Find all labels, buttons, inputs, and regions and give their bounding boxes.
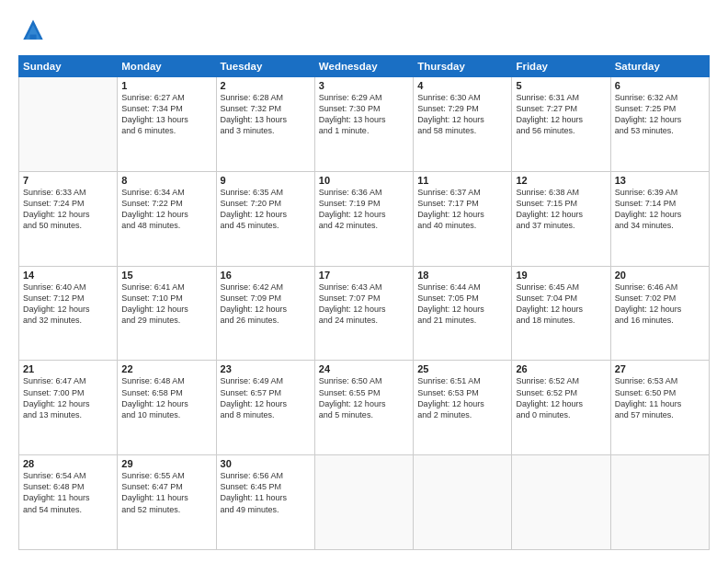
day-number: 21 (23, 363, 113, 374)
table-row: 12Sunrise: 6:38 AMSunset: 7:15 PMDayligh… (512, 171, 610, 266)
calendar-table: Sunday Monday Tuesday Wednesday Thursday… (18, 55, 710, 550)
table-row: 2Sunrise: 6:28 AMSunset: 7:32 PMDaylight… (216, 77, 314, 172)
day-info: Sunrise: 6:46 AMSunset: 7:02 PMDaylight:… (615, 282, 705, 327)
day-info: Sunrise: 6:52 AMSunset: 6:52 PMDaylight:… (516, 375, 606, 420)
header (18, 17, 710, 46)
day-info: Sunrise: 6:50 AMSunset: 6:55 PMDaylight:… (319, 375, 409, 420)
day-number: 28 (23, 458, 113, 469)
calendar-header-row: Sunday Monday Tuesday Wednesday Thursday… (19, 56, 710, 77)
day-info: Sunrise: 6:53 AMSunset: 6:50 PMDaylight:… (615, 375, 705, 420)
col-saturday: Saturday (610, 56, 709, 77)
table-row: 1Sunrise: 6:27 AMSunset: 7:34 PMDaylight… (118, 77, 216, 172)
col-thursday: Thursday (414, 56, 512, 77)
day-number: 26 (516, 363, 606, 374)
calendar-week-row: 21Sunrise: 6:47 AMSunset: 7:00 PMDayligh… (19, 361, 710, 455)
day-info: Sunrise: 6:37 AMSunset: 7:17 PMDaylight:… (417, 187, 507, 232)
day-info: Sunrise: 6:51 AMSunset: 6:53 PMDaylight:… (417, 375, 507, 420)
table-row: 25Sunrise: 6:51 AMSunset: 6:53 PMDayligh… (414, 361, 512, 455)
table-row: 21Sunrise: 6:47 AMSunset: 7:00 PMDayligh… (19, 361, 118, 455)
day-number: 16 (221, 270, 311, 281)
svg-rect-2 (29, 35, 36, 40)
day-number: 1 (121, 80, 211, 91)
day-number: 15 (121, 270, 211, 281)
day-info: Sunrise: 6:40 AMSunset: 7:12 PMDaylight:… (23, 282, 113, 327)
table-row: 14Sunrise: 6:40 AMSunset: 7:12 PMDayligh… (19, 266, 118, 361)
day-info: Sunrise: 6:30 AMSunset: 7:29 PMDaylight:… (417, 92, 507, 137)
col-tuesday: Tuesday (216, 56, 314, 77)
day-number: 7 (23, 175, 113, 186)
day-info: Sunrise: 6:41 AMSunset: 7:10 PMDaylight:… (121, 282, 211, 327)
calendar-week-row: 7Sunrise: 6:33 AMSunset: 7:24 PMDaylight… (19, 171, 710, 266)
day-number: 29 (121, 458, 211, 469)
table-row: 15Sunrise: 6:41 AMSunset: 7:10 PMDayligh… (118, 266, 216, 361)
table-row: 28Sunrise: 6:54 AMSunset: 6:48 PMDayligh… (19, 455, 118, 550)
logo-icon (18, 17, 48, 46)
day-number: 12 (516, 175, 606, 186)
day-number: 27 (615, 363, 705, 374)
day-info: Sunrise: 6:27 AMSunset: 7:34 PMDaylight:… (121, 92, 211, 137)
calendar-week-row: 1Sunrise: 6:27 AMSunset: 7:34 PMDaylight… (19, 77, 710, 172)
day-number: 10 (319, 175, 409, 186)
day-info: Sunrise: 6:42 AMSunset: 7:09 PMDaylight:… (221, 282, 311, 327)
table-row: 18Sunrise: 6:44 AMSunset: 7:05 PMDayligh… (414, 266, 512, 361)
table-row: 16Sunrise: 6:42 AMSunset: 7:09 PMDayligh… (216, 266, 314, 361)
table-row: 24Sunrise: 6:50 AMSunset: 6:55 PMDayligh… (314, 361, 413, 455)
day-number: 11 (417, 175, 507, 186)
col-wednesday: Wednesday (314, 56, 413, 77)
table-row: 22Sunrise: 6:48 AMSunset: 6:58 PMDayligh… (118, 361, 216, 455)
day-number: 23 (221, 363, 311, 374)
table-row: 26Sunrise: 6:52 AMSunset: 6:52 PMDayligh… (512, 361, 610, 455)
table-row: 27Sunrise: 6:53 AMSunset: 6:50 PMDayligh… (610, 361, 709, 455)
day-info: Sunrise: 6:33 AMSunset: 7:24 PMDaylight:… (23, 187, 113, 232)
day-info: Sunrise: 6:29 AMSunset: 7:30 PMDaylight:… (319, 92, 409, 137)
col-sunday: Sunday (19, 56, 118, 77)
day-number: 30 (221, 458, 311, 469)
day-number: 20 (615, 270, 705, 281)
day-info: Sunrise: 6:32 AMSunset: 7:25 PMDaylight:… (615, 92, 705, 137)
day-number: 6 (615, 80, 705, 91)
table-row: 30Sunrise: 6:56 AMSunset: 6:45 PMDayligh… (216, 455, 314, 550)
col-monday: Monday (118, 56, 216, 77)
logo (18, 17, 53, 46)
day-number: 9 (221, 175, 311, 186)
day-number: 22 (121, 363, 211, 374)
table-row: 23Sunrise: 6:49 AMSunset: 6:57 PMDayligh… (216, 361, 314, 455)
day-info: Sunrise: 6:56 AMSunset: 6:45 PMDaylight:… (221, 470, 311, 515)
table-row: 4Sunrise: 6:30 AMSunset: 7:29 PMDaylight… (414, 77, 512, 172)
day-info: Sunrise: 6:43 AMSunset: 7:07 PMDaylight:… (319, 282, 409, 327)
day-info: Sunrise: 6:44 AMSunset: 7:05 PMDaylight:… (417, 282, 507, 327)
table-row: 3Sunrise: 6:29 AMSunset: 7:30 PMDaylight… (314, 77, 413, 172)
table-row (19, 77, 118, 172)
table-row: 19Sunrise: 6:45 AMSunset: 7:04 PMDayligh… (512, 266, 610, 361)
col-friday: Friday (512, 56, 610, 77)
calendar-week-row: 28Sunrise: 6:54 AMSunset: 6:48 PMDayligh… (19, 455, 710, 550)
table-row: 5Sunrise: 6:31 AMSunset: 7:27 PMDaylight… (512, 77, 610, 172)
day-number: 25 (417, 363, 507, 374)
table-row (610, 455, 709, 550)
day-info: Sunrise: 6:55 AMSunset: 6:47 PMDaylight:… (121, 470, 211, 515)
day-info: Sunrise: 6:45 AMSunset: 7:04 PMDaylight:… (516, 282, 606, 327)
table-row: 29Sunrise: 6:55 AMSunset: 6:47 PMDayligh… (118, 455, 216, 550)
day-info: Sunrise: 6:38 AMSunset: 7:15 PMDaylight:… (516, 187, 606, 232)
day-number: 24 (319, 363, 409, 374)
day-number: 19 (516, 270, 606, 281)
table-row (414, 455, 512, 550)
table-row: 20Sunrise: 6:46 AMSunset: 7:02 PMDayligh… (610, 266, 709, 361)
table-row: 17Sunrise: 6:43 AMSunset: 7:07 PMDayligh… (314, 266, 413, 361)
day-number: 2 (221, 80, 311, 91)
day-number: 5 (516, 80, 606, 91)
day-number: 8 (121, 175, 211, 186)
day-info: Sunrise: 6:28 AMSunset: 7:32 PMDaylight:… (221, 92, 311, 137)
day-number: 18 (417, 270, 507, 281)
day-info: Sunrise: 6:36 AMSunset: 7:19 PMDaylight:… (319, 187, 409, 232)
day-info: Sunrise: 6:54 AMSunset: 6:48 PMDaylight:… (23, 470, 113, 515)
table-row: 10Sunrise: 6:36 AMSunset: 7:19 PMDayligh… (314, 171, 413, 266)
day-number: 13 (615, 175, 705, 186)
table-row (314, 455, 413, 550)
day-number: 14 (23, 270, 113, 281)
day-info: Sunrise: 6:31 AMSunset: 7:27 PMDaylight:… (516, 92, 606, 137)
day-info: Sunrise: 6:47 AMSunset: 7:00 PMDaylight:… (23, 375, 113, 420)
table-row: 7Sunrise: 6:33 AMSunset: 7:24 PMDaylight… (19, 171, 118, 266)
day-info: Sunrise: 6:35 AMSunset: 7:20 PMDaylight:… (221, 187, 311, 232)
table-row: 8Sunrise: 6:34 AMSunset: 7:22 PMDaylight… (118, 171, 216, 266)
